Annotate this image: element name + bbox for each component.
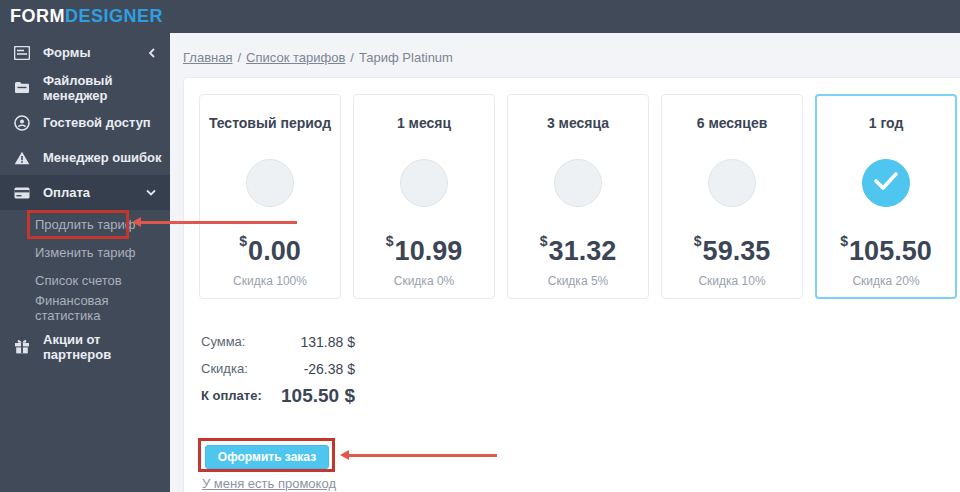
- breadcrumb-separator: /: [350, 50, 354, 65]
- breadcrumb-separator: /: [237, 50, 241, 65]
- price-value: 10.99: [395, 236, 463, 266]
- plan-radio-unchecked[interactable]: [554, 159, 602, 207]
- app-logo[interactable]: FORMDESIGNER: [10, 0, 163, 33]
- sidebar-item-label: Акции от партнеров: [43, 332, 170, 362]
- plan-card-test-period[interactable]: Тестовый период $0.00 Скидка 100%: [199, 94, 341, 299]
- sidebar-item-forms[interactable]: Формы: [0, 35, 170, 70]
- currency-sign: $: [239, 233, 247, 249]
- sidebar-subitem-extend-tariff[interactable]: Продлить тариф: [0, 210, 170, 238]
- summary-row-sum: Сумма: 131.88 $: [201, 328, 381, 355]
- summary-row-discount: Скидка: -26.38 $: [201, 355, 381, 382]
- summary-label: Скидка:: [201, 361, 273, 376]
- plan-price: $59.35: [662, 227, 802, 265]
- main-content: Главная/Список тарифов/Тариф Platinum Те…: [170, 33, 960, 492]
- subitem-label: Продлить тариф: [35, 217, 136, 232]
- sidebar-item-guest-access[interactable]: Гостевой доступ: [0, 105, 170, 140]
- sidebar-item-label: Менеджер ошибок: [43, 150, 161, 165]
- subitem-label: Изменить тариф: [35, 245, 135, 260]
- currency-sign: $: [840, 233, 848, 249]
- price-value: 0.00: [248, 236, 301, 266]
- plan-price: $31.32: [508, 227, 648, 265]
- subitem-label: Финансовая статистика: [35, 293, 170, 323]
- breadcrumb: Главная/Список тарифов/Тариф Platinum: [183, 50, 453, 65]
- sidebar-item-partner-offers[interactable]: Акции от партнеров: [0, 329, 170, 364]
- plan-radio-unchecked[interactable]: [708, 159, 756, 207]
- form-icon: [13, 44, 30, 61]
- gift-icon: [13, 338, 30, 355]
- summary-label: Сумма:: [201, 334, 273, 349]
- plan-card-3-months[interactable]: 3 месяца $31.32 Скидка 5%: [507, 94, 649, 299]
- plan-card-1-year-selected[interactable]: 1 год $105.50 Скидка 20%: [815, 94, 957, 299]
- sidebar-subitem-financial-stats[interactable]: Финансовая статистика: [0, 294, 170, 322]
- logo-text-accent: DESIGNER: [65, 6, 163, 26]
- plan-radio-unchecked[interactable]: [400, 159, 448, 207]
- breadcrumb-current: Тариф Platinum: [359, 50, 453, 65]
- credit-card-icon: [13, 184, 30, 201]
- price-value: 105.50: [849, 236, 932, 266]
- plan-discount: Скидка 100%: [200, 274, 340, 288]
- plan-title: 3 месяца: [508, 115, 648, 131]
- plan-card-1-month[interactable]: 1 месяц $10.99 Скидка 0%: [353, 94, 495, 299]
- subitem-label: Список счетов: [35, 273, 122, 288]
- chevron-down-icon: [146, 189, 156, 196]
- plan-price: $0.00: [200, 227, 340, 265]
- chevron-left-icon: [148, 48, 156, 58]
- sidebar-item-payment[interactable]: Оплата: [0, 175, 170, 210]
- summary-row-total: К оплате: 105.50 $: [201, 382, 381, 409]
- currency-sign: $: [540, 233, 548, 249]
- sidebar-item-label: Гостевой доступ: [43, 115, 151, 130]
- logo-text-primary: FORM: [10, 6, 65, 26]
- plan-cards: Тестовый период $0.00 Скидка 100% 1 меся…: [199, 94, 960, 299]
- summary-value: 131.88 $: [273, 334, 355, 350]
- sidebar-item-label: Формы: [43, 45, 91, 60]
- breadcrumb-link-home[interactable]: Главная: [183, 50, 232, 65]
- sidebar-item-file-manager[interactable]: Файловый менеджер: [0, 70, 170, 105]
- sidebar-item-error-manager[interactable]: Менеджер ошибок: [0, 140, 170, 175]
- plan-discount: Скидка 0%: [354, 274, 494, 288]
- folder-icon: [13, 79, 30, 96]
- breadcrumb-link-tariff-list[interactable]: Список тарифов: [246, 50, 345, 65]
- sidebar-subitem-change-tariff[interactable]: Изменить тариф: [0, 238, 170, 266]
- plan-discount: Скидка 20%: [817, 274, 955, 288]
- summary-value: -26.38 $: [273, 361, 355, 377]
- plan-radio-unchecked[interactable]: [246, 159, 294, 207]
- price-value: 59.35: [703, 236, 771, 266]
- order-button[interactable]: Оформить заказ: [205, 445, 329, 469]
- plan-title: 1 месяц: [354, 115, 494, 131]
- plan-title: 6 месяцев: [662, 115, 802, 131]
- currency-sign: $: [694, 233, 702, 249]
- sidebar-item-label: Файловый менеджер: [43, 73, 170, 103]
- plan-title: 1 год: [817, 115, 955, 131]
- sidebar-subitem-invoice-list[interactable]: Список счетов: [0, 266, 170, 294]
- checkmark-icon: [873, 171, 899, 195]
- summary-value: 105.50 $: [273, 385, 355, 407]
- sidebar-item-label: Оплата: [43, 185, 90, 200]
- top-bar: FORMDESIGNER: [0, 0, 960, 33]
- plan-title: Тестовый период: [200, 115, 340, 131]
- plan-price: $105.50: [817, 227, 955, 265]
- plan-discount: Скидка 5%: [508, 274, 648, 288]
- plan-price: $10.99: [354, 227, 494, 265]
- currency-sign: $: [386, 233, 394, 249]
- summary-label: К оплате:: [201, 388, 273, 403]
- content-panel: Тестовый период $0.00 Скидка 100% 1 меся…: [183, 77, 960, 492]
- price-value: 31.32: [549, 236, 617, 266]
- user-circle-icon: [13, 114, 30, 131]
- plan-discount: Скидка 10%: [662, 274, 802, 288]
- page: FORMDESIGNER Формы Файловый менеджер Гос…: [0, 0, 960, 492]
- plan-radio-checked[interactable]: [862, 159, 910, 207]
- promo-code-link[interactable]: У меня есть промокод: [202, 476, 336, 491]
- plan-card-6-months[interactable]: 6 месяцев $59.35 Скидка 10%: [661, 94, 803, 299]
- warning-icon: [13, 149, 30, 166]
- sidebar: Формы Файловый менеджер Гостевой доступ …: [0, 33, 170, 492]
- order-summary: Сумма: 131.88 $ Скидка: -26.38 $ К оплат…: [201, 328, 381, 409]
